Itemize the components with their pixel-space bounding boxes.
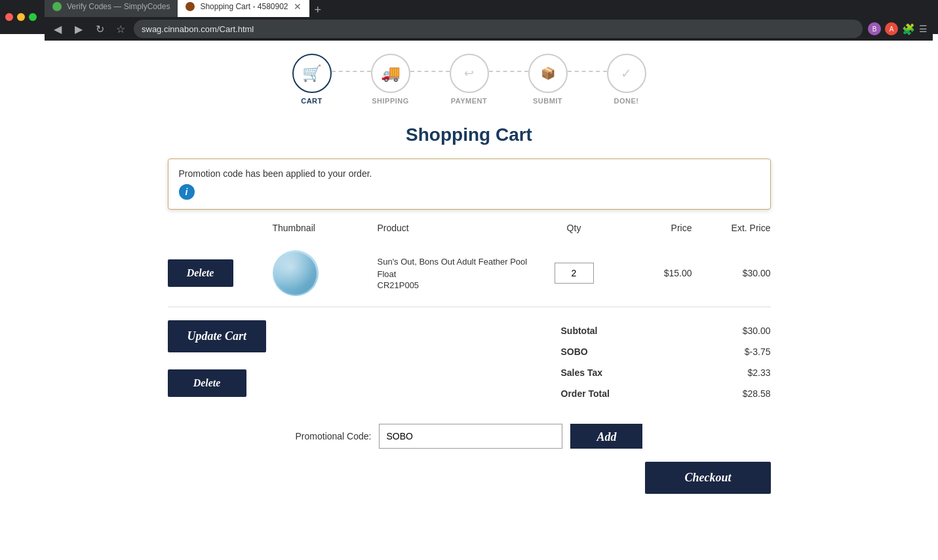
close-tab-icon[interactable]: ✕ [294, 1, 302, 12]
browser-actions: B A 🧩 ☰ [868, 22, 928, 35]
promo-notification: Promotion code has been applied to your … [168, 159, 771, 210]
order-total-row: Order Total $28.58 [561, 383, 771, 404]
cart-actions-summary: Update Cart Delete Subtotal $30.00 SOBO … [155, 320, 784, 404]
table-row: Delete Sun's Out, Bons Out Adult Feather… [168, 240, 771, 307]
price-header: Price [614, 223, 692, 233]
sobo-label: SOBO [561, 346, 588, 357]
price-cell: $15.00 [614, 268, 692, 278]
step-payment: ↩ PAYMENT [450, 54, 489, 105]
payment-step-label: PAYMENT [451, 97, 487, 105]
product-name: Sun's Out, Bons Out Adult Feather Pool F… [378, 256, 528, 280]
promo-message: Promotion code has been applied to your … [179, 168, 760, 179]
sobo-value: $-3.75 [745, 346, 771, 357]
shipping-step-circle: 🚚 [371, 54, 410, 93]
cart-step-circle: 🛒 [292, 54, 332, 93]
delete-button[interactable]: Delete [168, 259, 233, 287]
tab-label-1: Verify Codes — SimplyCodes [67, 2, 170, 11]
step-cart: 🛒 CART [292, 54, 332, 105]
promo-code-input[interactable] [379, 424, 562, 449]
thumbnail-cell [273, 250, 378, 296]
page-title: Shopping Cart [0, 124, 938, 145]
address-bar-row: ◀ ▶ ↻ ☆ B A 🧩 ☰ [45, 17, 933, 41]
order-total-label: Order Total [561, 388, 610, 399]
browser-chrome: Verify Codes — SimplyCodes Shopping Cart… [0, 0, 938, 34]
step-submit: 📦 SUBMIT [528, 54, 568, 105]
extension-icon-1: A [885, 22, 898, 35]
order-total-value: $28.58 [743, 388, 771, 399]
done-step-label: DONE! [614, 97, 639, 105]
delete-button-2[interactable]: Delete [168, 369, 246, 397]
cart-step-label: CART [301, 97, 322, 105]
order-summary: Subtotal $30.00 SOBO $-3.75 Sales Tax $2… [561, 320, 771, 404]
menu-icon[interactable]: ☰ [919, 24, 928, 34]
checkout-section: Checkout [155, 462, 784, 494]
back-button[interactable]: ◀ [50, 21, 66, 37]
add-promo-button[interactable]: Add [570, 424, 642, 449]
info-icon: i [179, 184, 195, 200]
connector-2 [410, 71, 450, 72]
qty-cell [535, 263, 614, 284]
product-thumbnail-image [273, 250, 319, 296]
tab-bar: Verify Codes — SimplyCodes Shopping Cart… [45, 0, 933, 17]
table-header: Thumbnail Product Qty Price Ext. Price [168, 223, 771, 240]
subtotal-label: Subtotal [561, 326, 598, 336]
shipping-step-label: SHIPPING [372, 97, 409, 105]
update-cart-button[interactable]: Update Cart [168, 320, 267, 352]
progress-steps: 🛒 CART 🚚 SHIPPING ↩ PAYMENT 📦 SUBMIT ✓ D… [0, 54, 938, 105]
payment-step-circle: ↩ [450, 54, 489, 93]
thumbnail-header: Thumbnail [273, 223, 378, 233]
promo-code-section: Promotional Code: Add [155, 424, 784, 449]
sales-tax-label: Sales Tax [561, 367, 603, 378]
subtotal-value: $30.00 [743, 326, 771, 336]
puzzle-icon[interactable]: 🧩 [902, 23, 915, 35]
address-input[interactable] [134, 20, 863, 38]
tab-shopping-cart[interactable]: Shopping Cart - 4580902 ✕ [178, 0, 309, 17]
page-content: 🛒 CART 🚚 SHIPPING ↩ PAYMENT 📦 SUBMIT ✓ D… [0, 34, 938, 560]
qty-header: Qty [535, 223, 614, 233]
done-step-circle: ✓ [607, 54, 646, 93]
submit-step-circle: 📦 [528, 54, 568, 93]
sales-tax-value: $2.33 [747, 367, 770, 378]
product-header: Product [378, 223, 535, 233]
ext-price-header: Ext. Price [692, 223, 771, 233]
checkout-button[interactable]: Checkout [645, 462, 770, 494]
step-shipping: 🚚 SHIPPING [371, 54, 410, 105]
promo-code-label: Promotional Code: [296, 431, 372, 441]
tab-label-2: Shopping Cart - 4580902 [200, 2, 288, 11]
two-col-layout: Update Cart Delete Subtotal $30.00 SOBO … [168, 320, 771, 404]
ext-price-cell: $30.00 [692, 268, 771, 278]
bookmark-button[interactable]: ☆ [113, 21, 128, 37]
forward-button[interactable]: ▶ [71, 21, 87, 37]
step-done: ✓ DONE! [607, 54, 646, 105]
connector-1 [332, 71, 371, 72]
sales-tax-row: Sales Tax $2.33 [561, 362, 771, 383]
refresh-button[interactable]: ↻ [92, 21, 107, 37]
connector-4 [568, 71, 607, 72]
tab-favicon-2 [186, 2, 195, 11]
new-tab-button[interactable]: + [309, 3, 327, 17]
delete-cell: Delete [168, 259, 273, 287]
brave-icon: B [868, 22, 881, 35]
submit-step-label: SUBMIT [533, 97, 562, 105]
cart-table: Thumbnail Product Qty Price Ext. Price D… [155, 223, 784, 307]
left-col: Update Cart Delete [168, 320, 267, 397]
quantity-input[interactable] [555, 263, 594, 284]
subtotal-row: Subtotal $30.00 [561, 320, 771, 341]
connector-3 [489, 71, 528, 72]
tab-favicon-1 [52, 2, 62, 11]
sobo-row: SOBO $-3.75 [561, 341, 771, 362]
product-sku: CR21P005 [378, 280, 528, 290]
tab-verify-codes[interactable]: Verify Codes — SimplyCodes [45, 0, 178, 17]
product-info-cell: Sun's Out, Bons Out Adult Feather Pool F… [378, 256, 535, 289]
